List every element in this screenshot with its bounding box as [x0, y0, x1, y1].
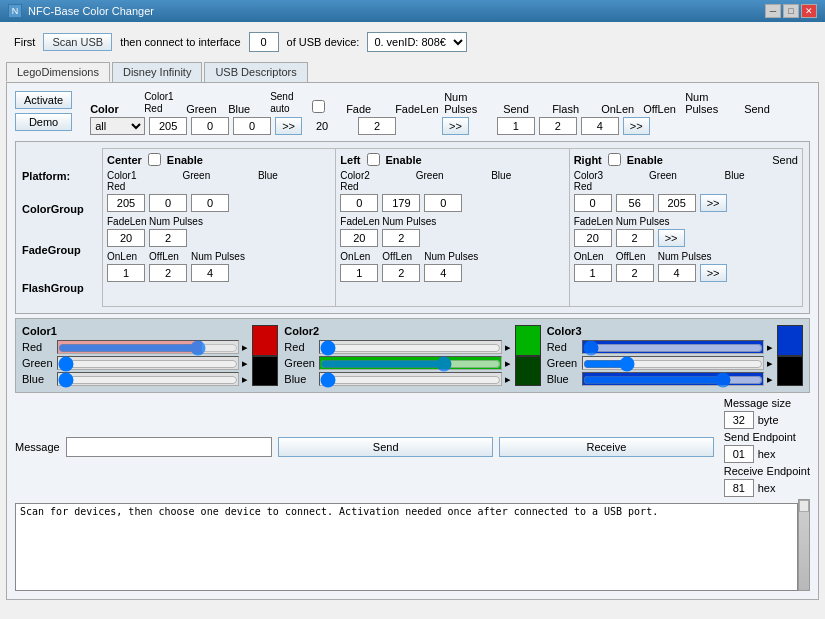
fadelen-input[interactable]: [358, 117, 396, 135]
flash-numpulses-input[interactable]: [581, 117, 619, 135]
scan-usb-button[interactable]: Scan USB: [43, 33, 112, 51]
message-input[interactable]: [66, 437, 273, 457]
hex-label-1: hex: [758, 448, 776, 460]
right-numpulses-input[interactable]: [616, 229, 654, 247]
color1-red-slider[interactable]: [58, 341, 238, 355]
message-size-row: Message size: [724, 397, 810, 409]
color1-swatch-area: [252, 325, 278, 386]
blue-header: Blue: [228, 103, 266, 115]
offlen-header: OffLen: [643, 103, 681, 115]
right-fadelen-input[interactable]: [574, 229, 612, 247]
send-message-button[interactable]: Send: [278, 437, 493, 457]
tab-usbdescriptors[interactable]: USB Descriptors: [204, 62, 307, 82]
platform-section: Platform: ColorGroup FadeGroup FlashGrou…: [15, 141, 810, 314]
color3-red-slider[interactable]: [583, 341, 763, 355]
tab-disneyinfinity[interactable]: Disney Infinity: [112, 62, 202, 82]
message-section: Message Send Receive Message size byte S…: [15, 397, 810, 591]
right-enable-check[interactable]: [608, 153, 621, 166]
center-blue-input[interactable]: [191, 194, 229, 212]
center-onlen-input[interactable]: [107, 264, 145, 282]
minimize-button[interactable]: ─: [765, 4, 781, 18]
endpoint-section: Message size byte Send Endpoint hex Re: [724, 397, 810, 497]
flash-header: Flash: [552, 103, 597, 115]
left-fade-row: [340, 229, 564, 247]
center-numpulses-input[interactable]: [149, 229, 187, 247]
color1-green-slider[interactable]: [58, 357, 238, 371]
center-green-input[interactable]: [149, 194, 187, 212]
activate-button[interactable]: Activate: [15, 91, 72, 109]
right-send-flash-button[interactable]: >>: [700, 264, 727, 282]
color2-blue-slider[interactable]: [320, 373, 500, 387]
send-endpoint-value-row: hex: [724, 445, 810, 463]
green-input[interactable]: [191, 117, 229, 135]
log-textarea[interactable]: Scan for devices, then choose one device…: [15, 503, 798, 591]
send-flash-button[interactable]: >>: [623, 117, 650, 135]
left-fadelen-input[interactable]: [340, 229, 378, 247]
color1-blue-label: Blue: [22, 373, 54, 385]
right-flashpulses-input[interactable]: [658, 264, 696, 282]
right-send-fade-button[interactable]: >>: [658, 229, 685, 247]
left-blue-input[interactable]: [424, 194, 462, 212]
send-endpoint-input[interactable]: [724, 445, 754, 463]
demo-button[interactable]: Demo: [15, 113, 72, 131]
right-onlen-input[interactable]: [574, 264, 612, 282]
left-numpulses-input[interactable]: [382, 229, 420, 247]
right-offlen-input[interactable]: [616, 264, 654, 282]
send-auto-header: Sendauto: [270, 91, 308, 115]
color1-preview: Color1 Red ▸ Green ▸: [22, 325, 278, 386]
color3-blue-arrow: ▸: [767, 373, 773, 386]
interface-index-input[interactable]: [249, 32, 279, 52]
color3-sliders: Color3 Red ▸ Green ▸: [547, 325, 773, 386]
offlen-input[interactable]: [539, 117, 577, 135]
left-red-input[interactable]: [340, 194, 378, 212]
close-button[interactable]: ✕: [801, 4, 817, 18]
center-enable-check[interactable]: [148, 153, 161, 166]
left-enable-check[interactable]: [367, 153, 380, 166]
center-red-input[interactable]: [107, 194, 145, 212]
color1red-input[interactable]: [149, 117, 187, 135]
color2-green-row: Green ▸: [284, 356, 510, 370]
receive-endpoint-input[interactable]: [724, 479, 754, 497]
tab-legodimensions[interactable]: LegoDimensions: [6, 62, 110, 82]
left-onlen-input[interactable]: [340, 264, 378, 282]
color2-red-slider[interactable]: [320, 341, 500, 355]
left-flashpulses-input[interactable]: [424, 264, 462, 282]
right-blue-input[interactable]: [658, 194, 696, 212]
center-flash-row: [107, 264, 331, 282]
blue-input[interactable]: [233, 117, 271, 135]
scrollbar[interactable]: [798, 499, 810, 591]
color2-green-slider[interactable]: [320, 357, 500, 371]
color2-blue-label: Blue: [284, 373, 316, 385]
center-offlen-input[interactable]: [149, 264, 187, 282]
device-select[interactable]: 0. venID: 808€: [367, 32, 467, 52]
left-flash-row: [340, 264, 564, 282]
send-auto-check[interactable]: [312, 100, 332, 115]
receive-button[interactable]: Receive: [499, 437, 714, 457]
right-send-color-button[interactable]: >>: [700, 194, 727, 212]
color3-green-slider[interactable]: [583, 357, 763, 371]
top-bar: First Scan USB then connect to interface…: [6, 28, 819, 56]
onlen-input[interactable]: [497, 117, 535, 135]
message-size-input[interactable]: [724, 411, 754, 429]
maximize-button[interactable]: □: [783, 4, 799, 18]
center-fade-headers: FadeLenNum Pulses: [107, 216, 331, 227]
title-bar-controls[interactable]: ─ □ ✕: [765, 4, 817, 18]
center-fadelen-input[interactable]: [107, 229, 145, 247]
left-offlen-input[interactable]: [382, 264, 420, 282]
right-green-input[interactable]: [616, 194, 654, 212]
color2-blue-slider-track: [319, 372, 501, 386]
platform-select[interactable]: all: [90, 117, 145, 135]
color2-blue-row: Blue ▸: [284, 372, 510, 386]
send-fade-button[interactable]: >>: [442, 117, 469, 135]
scroll-thumb[interactable]: [799, 500, 809, 512]
receive-endpoint-value-row: hex: [724, 479, 810, 497]
color-header: Color: [90, 103, 140, 115]
color1-blue-slider[interactable]: [58, 373, 238, 387]
main-content: First Scan USB then connect to interface…: [0, 22, 825, 606]
send-color-button[interactable]: >>: [275, 117, 302, 135]
right-red-input[interactable]: [574, 194, 612, 212]
center-flashpulses-input[interactable]: [191, 264, 229, 282]
color3-blue-slider[interactable]: [583, 373, 763, 387]
center-fade-row: [107, 229, 331, 247]
left-green-input[interactable]: [382, 194, 420, 212]
